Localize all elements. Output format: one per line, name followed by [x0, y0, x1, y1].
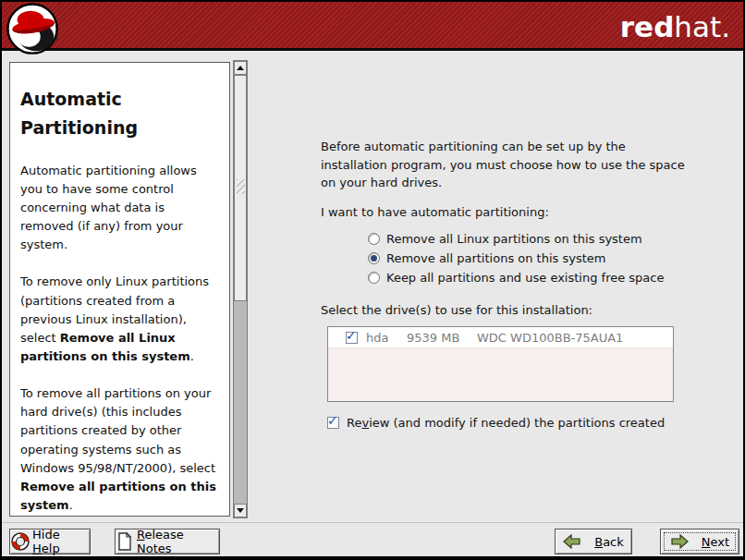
paragraph-text: Automatic partitioning allows you to hav…: [20, 164, 197, 252]
help-paragraph: To remove only Linux partitions (partiti…: [20, 273, 221, 366]
registered-mark: ®: [53, 35, 59, 43]
paragraph-text: .: [190, 349, 194, 363]
paragraph-text: .: [69, 498, 73, 512]
help-paragraph: Automatic partitioning allows you to hav…: [20, 162, 221, 255]
hide-help-button[interactable]: Hide Help: [9, 529, 91, 554]
scrollbar-thumb[interactable]: [234, 75, 247, 301]
partitioning-prompt: I want to have automatic partitioning:: [321, 205, 549, 219]
redhat-wordmark: redhat.: [620, 10, 730, 43]
intro-text: Before automatic partitioning can be set…: [321, 138, 690, 192]
installer-window: redhat. ® Automatic Partitioning Automat…: [0, 0, 745, 560]
radio-label: Remove all Linux partitions on this syst…: [386, 232, 642, 246]
arrow-down-icon: [237, 508, 244, 513]
label-text: Re: [347, 416, 361, 430]
label-accel: v: [361, 416, 369, 430]
scroll-down-button[interactable]: [234, 504, 247, 517]
drive-list: ✓ hda 9539 MB WDC WD100BB-75AUA1: [327, 326, 674, 402]
drive-size: 9539 MB: [407, 331, 470, 345]
next-arrow-icon: [670, 534, 689, 549]
scrollbar-grip-icon: [237, 179, 245, 194]
radio-keep-all-partitions[interactable]: Keep all partitions and use existing fre…: [368, 268, 664, 287]
release-notes-button[interactable]: Release Notes: [115, 529, 220, 554]
drive-checkbox-checked[interactable]: ✓: [346, 332, 358, 344]
radio-selected-icon: [368, 252, 380, 264]
radio-label: Keep all partitions and use existing fre…: [386, 271, 664, 285]
help-paragraph: To remove all partitions on your hard dr…: [20, 384, 221, 515]
redhat-shadowman-logo-icon: ®: [6, 3, 60, 56]
review-partitions-checkbox-row[interactable]: ✓ Review (and modify if needed) the part…: [327, 416, 665, 430]
hide-help-label: Hide Help: [32, 528, 90, 555]
checkmark-icon: ✓: [346, 328, 357, 343]
release-notes-label: Release Notes: [137, 528, 219, 555]
drive-select-label: Select the drive(s) to use for this inst…: [321, 303, 592, 317]
header-banner: redhat.: [2, 2, 743, 51]
review-checkbox-checked[interactable]: ✓: [327, 417, 339, 429]
wordmark-hat: hat: [674, 10, 721, 43]
radio-icon: [368, 233, 380, 245]
review-label: Review (and modify if needed) the partit…: [347, 416, 665, 430]
arrow-up-icon: [237, 66, 244, 70]
wordmark-dot: .: [721, 10, 730, 43]
drive-row-hda[interactable]: ✓ hda 9539 MB WDC WD100BB-75AUA1: [328, 327, 673, 348]
radio-icon: [368, 272, 380, 284]
next-label: Next: [702, 535, 729, 549]
scroll-up-button[interactable]: [234, 61, 247, 75]
paragraph-bold: Remove all partitions on this system: [20, 480, 216, 512]
partitioning-radio-group: Remove all Linux partitions on this syst…: [368, 229, 664, 287]
radio-remove-all-partitions[interactable]: Remove all partitions on this system: [368, 249, 664, 268]
drive-name: hda: [366, 331, 407, 345]
help-title: Automatic Partitioning: [20, 85, 221, 143]
help-scrollbar[interactable]: [233, 60, 248, 518]
paragraph-text: To remove all partitions on your hard dr…: [20, 386, 215, 475]
label-text: iew (and modify if needed) the partition…: [369, 416, 665, 430]
footer-separator: [2, 522, 743, 523]
next-button[interactable]: Next: [660, 529, 739, 554]
back-arrow-icon: [563, 534, 581, 549]
radio-remove-linux-partitions[interactable]: Remove all Linux partitions on this syst…: [368, 229, 664, 249]
checkmark-icon: ✓: [327, 413, 338, 428]
radio-label: Remove all partitions on this system: [386, 251, 605, 265]
drive-model: WDC WD100BB-75AUA1: [477, 331, 623, 345]
wordmark-red: red: [620, 10, 675, 43]
help-panel: Automatic Partitioning Automatic partiti…: [9, 62, 230, 517]
lifebuoy-help-icon: [10, 531, 31, 552]
back-label: Back: [594, 535, 624, 549]
document-page-icon: [116, 531, 134, 552]
back-button[interactable]: Back: [555, 529, 632, 554]
